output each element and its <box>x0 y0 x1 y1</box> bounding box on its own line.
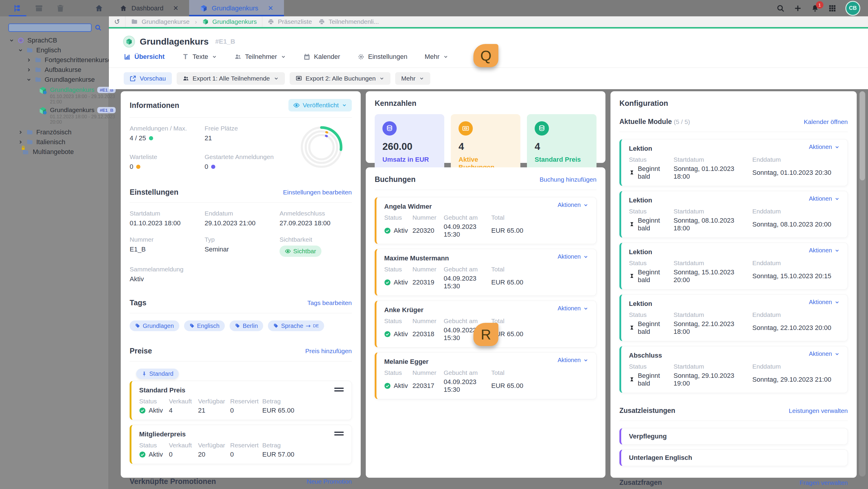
section-title-zusatzfragen: Zusatzfragen <box>619 479 662 487</box>
tab-einstellungen[interactable]: Einstellungen <box>358 53 407 61</box>
tree-item-multiangebote[interactable]: Multiangebote <box>0 147 109 157</box>
section-title-buchungen: Buchungen <box>375 175 416 184</box>
screen-icon <box>296 75 302 82</box>
tag-berlin[interactable]: Berlin <box>229 321 263 331</box>
tree-item-grundlagenkurse[interactable]: Grundlagenkurse <box>0 75 109 85</box>
price-card-mitglieder: Mitgliederpreis Status Verkauft Verfügba… <box>130 425 352 464</box>
tree-item-course-1[interactable]: Grundlagenkurs #E1_B 01.10.2023 18:00 - … <box>0 86 109 105</box>
search-icon[interactable] <box>776 4 785 12</box>
organization-icon <box>17 37 24 44</box>
history-icon[interactable]: ↺ <box>109 17 125 27</box>
chevron-down-icon <box>583 202 588 208</box>
buchung-hinzufuegen-link[interactable]: Buchung hinzufügen <box>540 176 597 183</box>
folder-icon <box>26 129 33 136</box>
tag-grundlagen[interactable]: Grundlagen <box>130 321 179 331</box>
vorschau-button[interactable]: Vorschau <box>124 72 172 85</box>
section-title-promotionen: Verknüpfte Promotionen <box>130 477 216 486</box>
more-button[interactable]: Mehr <box>395 72 430 85</box>
scrollbar-thumb[interactable] <box>860 91 865 181</box>
home-icon[interactable] <box>95 4 103 13</box>
chevron-down-icon <box>26 77 32 83</box>
tab-dashboard[interactable]: Dashboard ✕ <box>109 0 189 17</box>
export2-button[interactable]: Export 2: Alle Buchungen <box>290 72 391 85</box>
aktionen-link[interactable]: Aktionen <box>809 351 840 357</box>
preis-hinzufuegen-link[interactable]: Preis hinzufügen <box>305 348 352 355</box>
aktionen-link[interactable]: Aktionen <box>558 253 588 260</box>
fragen-verwalten-link[interactable]: Fragen verwalten <box>800 479 848 486</box>
tab-mehr[interactable]: Mehr <box>425 53 448 61</box>
field-anmeldeschluss: Anmeldeschluss27.09.2023 18:00 <box>280 210 354 227</box>
aktionen-link[interactable]: Aktionen <box>558 201 588 208</box>
neue-promotion-link[interactable]: Neue Promotion <box>307 478 352 485</box>
aktionen-link[interactable]: Aktionen <box>558 357 588 364</box>
tag-englisch[interactable]: Englisch <box>184 321 225 331</box>
tree-item-course-2[interactable]: Grundlagenkurs #E1_B 01.12.2023 18:00 - … <box>0 106 109 125</box>
sidebar-search-icon[interactable] <box>95 24 102 31</box>
tab-grundlagenkurs-close-icon[interactable]: ✕ <box>268 4 273 12</box>
field-sammelanmeldung: SammelanmeldungAktiv <box>130 266 205 283</box>
chevron-down-icon <box>274 76 279 81</box>
tree-item-fortgeschrittenenkurse[interactable]: Fortgeschrittenenkurse <box>0 55 109 65</box>
avatar[interactable]: CB <box>845 1 860 16</box>
chevron-right-icon <box>18 139 23 145</box>
folder-icon <box>34 76 42 83</box>
tag-icon <box>189 323 195 328</box>
export1-button[interactable]: Export 1: Alle Teilnehmende <box>177 72 285 85</box>
tree-item-sprachcb[interactable]: SprachCB <box>0 35 109 45</box>
tree-item-englisch[interactable]: Englisch <box>0 45 109 55</box>
tab-teilnehmer[interactable]: Teilnehmer <box>234 53 286 61</box>
booking-card: Angela Widmer Aktionen StatusNummerGebuc… <box>375 197 596 244</box>
chevron-down-icon <box>212 54 217 60</box>
module-card: Lektion Aktionen StatusStartdatumEnddatu… <box>619 294 848 341</box>
price-card-standard: Standard Preis Status Verkauft Verfügbar… <box>130 381 352 420</box>
section-title-preise: Preise <box>130 347 152 355</box>
breadcrumb-teilnehmendenliste[interactable]: Teilnehmendenli... <box>317 17 384 27</box>
check-circle-icon <box>384 383 391 389</box>
archive-icon[interactable] <box>34 4 43 13</box>
breadcrumb-folder[interactable]: Grundlagenkurse <box>125 17 195 27</box>
tag-sprache-de[interactable]: Sprache → DE <box>268 321 324 331</box>
tree-item-italienisch[interactable]: Italienisch <box>0 137 109 147</box>
aktionen-link[interactable]: Aktionen <box>809 247 840 254</box>
aktionen-link[interactable]: Aktionen <box>558 305 588 312</box>
notifications-bell-icon[interactable]: 1 <box>811 4 819 12</box>
aktionen-link[interactable]: Aktionen <box>809 299 840 305</box>
breadcrumb-course[interactable]: Grundlagenkurs <box>197 17 262 27</box>
tree-view-icon[interactable] <box>13 4 22 13</box>
hourglass-icon <box>629 325 635 331</box>
chevron-down-icon <box>379 76 384 81</box>
sidebar-search-input[interactable] <box>8 24 92 32</box>
field-gestartete-anmeldungen: Gestartete Anmeldungen 0 <box>205 153 280 171</box>
leistungen-verwalten-link[interactable]: Leistungen verwalten <box>789 407 848 414</box>
aktionen-link[interactable]: Aktionen <box>809 143 840 151</box>
tab-grundlagenkurs[interactable]: Grundlagenkurs ✕ <box>189 0 284 17</box>
tag-icon <box>135 323 141 328</box>
tab-dashboard-close-icon[interactable]: ✕ <box>173 4 178 12</box>
people-icon <box>234 53 242 60</box>
booking-card: Melanie Egger Aktionen StatusNummerGebuc… <box>375 352 596 399</box>
aktionen-link[interactable]: Aktionen <box>809 195 840 202</box>
tab-kalender[interactable]: Kalender <box>303 53 340 61</box>
module-card: Lektion Aktionen StatusStartdatumEnddatu… <box>619 139 848 186</box>
page-title: Grundlagenkurs <box>140 37 209 47</box>
external-link-icon <box>130 75 136 82</box>
published-status-button[interactable]: Veröffentlicht <box>288 99 352 111</box>
tab-texte[interactable]: T Texte <box>182 53 217 61</box>
kalender-oeffnen-link[interactable]: Kalender öffnen <box>804 118 848 125</box>
tab-uebersicht[interactable]: Übersicht <box>124 53 164 61</box>
som-marker-q: Q <box>473 44 498 67</box>
tree-item-aufbaukurse[interactable]: Aufbaukurse <box>0 65 109 75</box>
apps-grid-icon[interactable] <box>828 4 836 12</box>
course-cube-icon <box>39 106 47 115</box>
add-icon[interactable] <box>794 4 802 12</box>
chevron-right-icon <box>26 57 32 63</box>
tree-item-franzoesisch[interactable]: Französisch <box>0 127 109 137</box>
trash-icon[interactable] <box>56 4 65 13</box>
tags-bearbeiten-link[interactable]: Tags bearbeiten <box>307 299 352 306</box>
einstellungen-bearbeiten-link[interactable]: Einstellungen bearbeiten <box>283 189 352 196</box>
folder-icon <box>34 66 42 73</box>
folder-icon <box>26 138 33 146</box>
drag-handle[interactable] <box>334 388 344 393</box>
breadcrumb-praesenzliste[interactable]: Präsenzliste <box>262 17 317 27</box>
drag-handle[interactable] <box>334 432 344 437</box>
